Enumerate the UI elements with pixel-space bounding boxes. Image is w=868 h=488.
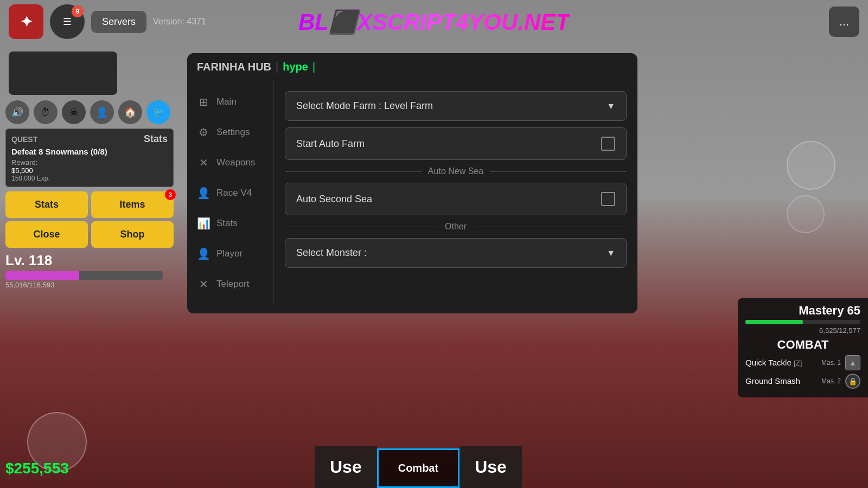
player-nav-icon: 👤 xyxy=(196,247,211,260)
use-button-1[interactable]: Use xyxy=(315,446,377,488)
nav-item-racev4[interactable]: 👤 Race V4 xyxy=(187,178,273,208)
servers-button[interactable]: Servers xyxy=(91,11,146,33)
panel-header: FARINHA HUB | hype | xyxy=(187,53,637,81)
mastery-mode: COMBAT xyxy=(745,338,860,352)
skill-ground-smash: Ground Smash Mas. 2 🔒 xyxy=(745,374,860,389)
combat-area: Use Combat Use xyxy=(315,446,522,488)
right-joystick-small xyxy=(787,195,825,233)
nav-item-settings[interactable]: ⚙ Settings xyxy=(187,117,273,147)
avatar-box xyxy=(9,52,117,95)
right-joystick-area xyxy=(787,141,835,190)
select-mode-dropdown[interactable]: Select Mode Farm : Level Farm ▼ xyxy=(285,91,627,121)
xp-bar-fill xyxy=(5,271,79,280)
select-mode-label: Select Mode Farm : Level Farm xyxy=(296,100,433,112)
start-auto-farm-toggle[interactable]: Start Auto Farm xyxy=(285,127,627,160)
panel-body: ⊞ Main ⚙ Settings ✕ Weapons 👤 Race V4 📊 … xyxy=(187,81,637,305)
skill1-name: Quick Tackle xyxy=(745,358,792,367)
notification-icon: ☰ xyxy=(63,16,72,28)
action-buttons: Stats Items 3 Close Shop xyxy=(5,191,174,248)
xp-bar-background xyxy=(5,271,163,280)
monster-dropdown-arrow-icon: ▼ xyxy=(607,248,615,258)
nav-label-racev4: Race V4 xyxy=(216,188,252,198)
nav-item-player[interactable]: 👤 Player xyxy=(187,239,273,269)
stats-button[interactable]: Stats xyxy=(5,191,88,218)
divider-right xyxy=(490,171,627,172)
shop-button[interactable]: Shop xyxy=(91,221,174,248)
quest-header: QUEST Stats xyxy=(11,133,168,145)
left-panel: 🔊 ⏱ ☠ 👤 🏠 🐦 QUEST Stats Defeat 8 Snowman… xyxy=(0,46,179,290)
combat-box: Combat xyxy=(377,448,459,488)
items-badge: 3 xyxy=(165,189,176,200)
nav-item-weapons[interactable]: ✕ Weapons xyxy=(187,147,273,178)
mastery-xp: 6,525/12,577 xyxy=(745,326,860,335)
script-panel: FARINHA HUB | hype | ⊞ Main ⚙ Settings ✕… xyxy=(187,53,637,313)
select-monster-dropdown[interactable]: Select Monster : ▼ xyxy=(285,238,627,268)
settings-nav-icon: ⚙ xyxy=(196,126,211,139)
top-bar: ✦ ☰ 9 Servers Version: 4371 BL⬛XSCRIPT4Y… xyxy=(0,0,868,43)
more-icon: ... xyxy=(839,15,849,29)
second-sea-checkbox[interactable] xyxy=(601,192,615,206)
panel-cursor: | xyxy=(312,61,315,73)
nav-item-main[interactable]: ⊞ Main xyxy=(187,87,273,117)
skill2-mas: Mas. 2 xyxy=(821,377,841,385)
start-auto-label: Start Auto Farm xyxy=(296,138,365,150)
quest-title: Defeat 8 Snowmans (0/8) xyxy=(11,147,168,156)
panel-content: Select Mode Farm : Level Farm ▼ Start Au… xyxy=(274,81,637,305)
icon-row: 🔊 ⏱ ☠ 👤 🏠 🐦 xyxy=(5,100,174,124)
items-button[interactable]: Items 3 xyxy=(91,191,174,218)
teleport-nav-icon: ✕ xyxy=(196,278,211,291)
quest-reward-label: Reward: xyxy=(11,158,168,166)
nav-item-stats[interactable]: 📊 Stats xyxy=(187,208,273,239)
nav-label-teleport: Teleport xyxy=(216,279,249,290)
nav-item-teleport[interactable]: ✕ Teleport xyxy=(187,269,273,299)
mastery-title: Mastery 65 xyxy=(745,304,860,318)
auto-farm-checkbox[interactable] xyxy=(601,137,615,151)
close-button[interactable]: Close xyxy=(5,221,88,248)
other-divider-left xyxy=(285,227,438,227)
roblox-icon[interactable]: ✦ xyxy=(9,4,43,39)
right-joystick-bottom xyxy=(787,195,825,233)
skill1-key: [Z] xyxy=(794,359,802,367)
skill1-up-icon: ▲ xyxy=(845,355,860,370)
notification-button[interactable]: ☰ 9 xyxy=(50,4,85,39)
quest-label: QUEST xyxy=(11,135,37,144)
racev4-nav-icon: 👤 xyxy=(196,187,211,200)
quest-plus-button[interactable]: Stats xyxy=(144,133,168,145)
dropdown-arrow-icon: ▼ xyxy=(607,101,615,111)
divider-left xyxy=(285,171,422,172)
nav-label-player: Player xyxy=(216,248,242,259)
other-label: Other xyxy=(445,222,467,232)
version-text: Version: 4371 xyxy=(153,17,206,27)
home-icon-btn[interactable]: 🏠 xyxy=(118,100,142,124)
nav-label-stats: Stats xyxy=(216,218,238,229)
person-icon-btn[interactable]: 👤 xyxy=(90,100,114,124)
auto-second-sea-toggle[interactable]: Auto Second Sea xyxy=(285,183,627,215)
panel-nav: ⊞ Main ⚙ Settings ✕ Weapons 👤 Race V4 📊 … xyxy=(187,81,274,305)
sound-icon-btn[interactable]: 🔊 xyxy=(5,100,29,124)
other-divider-right xyxy=(473,227,627,227)
select-monster-label: Select Monster : xyxy=(296,247,367,259)
notification-badge: 9 xyxy=(72,5,84,17)
mastery-panel: Mastery 65 6,525/12,577 COMBAT Quick Tac… xyxy=(738,298,868,397)
skill2-lock-icon: 🔒 xyxy=(845,374,860,389)
use-button-2[interactable]: Use xyxy=(459,446,522,488)
main-nav-icon: ⊞ xyxy=(196,95,211,108)
right-joystick xyxy=(787,141,835,190)
stats-nav-icon: 📊 xyxy=(196,217,211,230)
skill-quick-tackle: Quick Tackle [Z] Mas. 1 ▲ xyxy=(745,355,860,370)
panel-title-main: FARINHA HUB xyxy=(197,61,271,73)
nav-label-settings: Settings xyxy=(216,127,250,138)
settings-icon-btn[interactable]: ⏱ xyxy=(34,100,58,124)
quest-box: QUEST Stats Defeat 8 Snowmans (0/8) Rewa… xyxy=(5,129,174,187)
twitter-icon-btn[interactable]: 🐦 xyxy=(146,100,170,124)
quest-exp: 150,000 Exp. xyxy=(11,175,168,182)
panel-title-hype: hype xyxy=(283,61,308,73)
skill2-name: Ground Smash xyxy=(745,376,800,386)
site-title-text: BL⬛XSCRIPT4YOU.NET xyxy=(298,9,570,35)
skull-icon-btn[interactable]: ☠ xyxy=(62,100,86,124)
more-button[interactable]: ... xyxy=(829,7,859,37)
nav-label-main: Main xyxy=(216,97,237,107)
site-title: BL⬛XSCRIPT4YOU.NET xyxy=(298,9,570,35)
auto-new-sea-label: Auto New Sea xyxy=(428,166,483,176)
auto-second-sea-label: Auto Second Sea xyxy=(296,194,372,205)
